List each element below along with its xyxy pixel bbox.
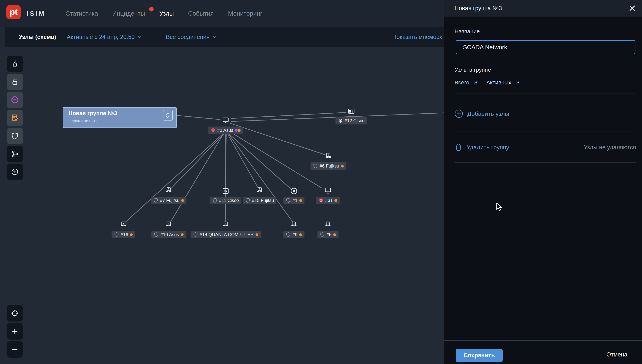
monitor-icon bbox=[222, 117, 230, 125]
total-count: Всего · 3 bbox=[454, 79, 478, 86]
device-node-label[interactable]: #15 Fujitsu bbox=[243, 197, 276, 204]
toolbar-shield-button[interactable] bbox=[6, 128, 23, 144]
connections-filter-dropdown[interactable]: Все соединения bbox=[166, 34, 217, 40]
device-node-label[interactable]: #2 Asus bbox=[208, 126, 243, 134]
toolbar-topology-button[interactable] bbox=[6, 146, 23, 162]
nav-item-incidents[interactable]: Инциденты bbox=[112, 10, 145, 17]
main-menu: Статистика Инциденты Узлы События Монито… bbox=[66, 0, 262, 27]
shield-outline-icon bbox=[193, 232, 198, 237]
laptop-icon: ? bbox=[256, 187, 264, 195]
group-node-title: Новая группа №3 bbox=[68, 110, 117, 116]
status-dot bbox=[130, 233, 133, 236]
device-node-label[interactable]: #12 Cisco bbox=[336, 117, 367, 124]
svg-text:?: ? bbox=[225, 222, 226, 225]
device-node-label[interactable]: #6 Fujitsu bbox=[310, 162, 346, 170]
octagon-minus-icon bbox=[10, 95, 19, 104]
device-node-label[interactable]: #1 bbox=[284, 197, 304, 204]
zoom-in-button[interactable] bbox=[6, 323, 23, 340]
svg-text:?: ? bbox=[293, 222, 295, 225]
device-node-label[interactable]: #16 bbox=[112, 231, 135, 238]
toolbar-incidents-button[interactable] bbox=[6, 56, 23, 72]
toolbar-report-button[interactable] bbox=[6, 110, 23, 126]
status-dot bbox=[341, 165, 344, 168]
shield-outline-icon bbox=[114, 232, 119, 237]
laptop-icon: ? bbox=[324, 152, 332, 161]
status-dot bbox=[299, 233, 302, 236]
delete-group-button[interactable]: Удалить группу bbox=[454, 143, 509, 152]
toolbar-block-button[interactable] bbox=[6, 92, 23, 108]
device-node-label[interactable]: #14 QUANTA COMPUTER bbox=[191, 231, 261, 238]
device-node-label[interactable]: #10 Asus bbox=[152, 231, 186, 238]
group-node[interactable]: Новая группа №3 Нарушения · 0 bbox=[62, 107, 177, 128]
nav-item-monitoring[interactable]: Мониторинг bbox=[228, 10, 262, 17]
laptop-icon: ? bbox=[290, 221, 298, 230]
status-dot bbox=[181, 199, 184, 202]
pt-logo[interactable]: pt bbox=[6, 5, 21, 19]
nodes-in-group-label: Узлы в группе bbox=[454, 66, 491, 73]
toolbar-unlock-button[interactable] bbox=[6, 74, 23, 90]
zoom-out-button[interactable] bbox=[6, 341, 23, 358]
panel-header: Новая группа №3 bbox=[444, 0, 642, 16]
device-node-name: #6 Fujitsu bbox=[320, 164, 339, 169]
nav-item-events[interactable]: События bbox=[188, 10, 214, 17]
product-name: ISIM bbox=[27, 0, 46, 27]
svg-text:?: ? bbox=[328, 154, 329, 156]
incidents-unread-badge bbox=[149, 7, 154, 12]
device-node-label[interactable]: #9 bbox=[284, 231, 304, 238]
shield-alert-icon bbox=[210, 128, 216, 133]
shield-outline-icon bbox=[286, 232, 291, 237]
shield-outline-icon bbox=[153, 198, 158, 203]
flame-icon bbox=[10, 60, 19, 68]
branch-icon bbox=[10, 150, 19, 158]
nav-item-statistics[interactable]: Статистика bbox=[66, 10, 98, 17]
page-title: Узлы (схема) bbox=[19, 34, 56, 40]
router-icon bbox=[290, 187, 298, 195]
device-node-name: #10 Asus bbox=[160, 232, 179, 237]
device-node-name: #5 bbox=[326, 232, 332, 237]
device-node-name: #15 Fujitsu bbox=[252, 198, 274, 203]
status-dot bbox=[299, 199, 302, 202]
shield-icon bbox=[10, 132, 19, 140]
laptop-icon: ? bbox=[324, 221, 332, 230]
device-node-name: #9 bbox=[292, 232, 298, 237]
svg-text:?: ? bbox=[168, 188, 170, 191]
crosshair-icon bbox=[10, 309, 19, 318]
chevron-down-icon bbox=[166, 116, 170, 118]
network-map-canvas[interactable]: Новая группа №3 Нарушения · 0 #2 Asus#12… bbox=[0, 47, 444, 364]
active-count: Активных · 3 bbox=[486, 79, 520, 86]
show-mnemonic-link[interactable]: Показать мнемосх bbox=[392, 34, 444, 40]
device-node-label[interactable]: #5 bbox=[318, 231, 338, 238]
panel-title: Новая группа №3 bbox=[454, 5, 502, 12]
device-node-label[interactable]: #31 bbox=[316, 197, 340, 204]
group-expand-button[interactable] bbox=[163, 110, 173, 120]
divider bbox=[454, 93, 636, 94]
plus-circle-icon bbox=[10, 167, 19, 176]
fit-to-screen-button[interactable] bbox=[6, 305, 23, 322]
minus-icon bbox=[10, 345, 19, 354]
toolbar-add-button[interactable] bbox=[6, 164, 23, 180]
laptop-icon: ? bbox=[164, 187, 173, 195]
pt-logo-text: pt bbox=[10, 7, 17, 17]
status-dot bbox=[238, 129, 241, 132]
status-dot bbox=[333, 233, 336, 236]
device-node-label[interactable]: #7 Fujitsu bbox=[151, 197, 186, 204]
device-node-name: #7 Fujitsu bbox=[160, 198, 180, 203]
plus-circle-icon bbox=[454, 110, 463, 118]
time-filter-dropdown[interactable]: Активные с 24 апр, 20:50 bbox=[67, 34, 142, 40]
laptop-icon: ? bbox=[164, 221, 173, 230]
shield-outline-icon bbox=[154, 232, 159, 237]
delete-note: Узлы не удаляются bbox=[584, 144, 636, 151]
footer-divider bbox=[444, 340, 642, 341]
monitor-icon bbox=[324, 187, 332, 195]
divider bbox=[454, 162, 636, 163]
cancel-button[interactable]: Отмена bbox=[606, 351, 627, 358]
device-node-name: #16 bbox=[120, 232, 128, 237]
close-panel-button[interactable] bbox=[627, 4, 637, 13]
group-name-input[interactable] bbox=[456, 40, 636, 54]
save-button[interactable]: Сохранить bbox=[456, 349, 503, 362]
shield-outline-icon bbox=[286, 198, 291, 203]
nav-item-nodes[interactable]: Узлы bbox=[159, 10, 174, 17]
add-nodes-button[interactable]: Добавить узлы bbox=[454, 110, 509, 118]
shield-alert-icon bbox=[318, 198, 324, 203]
device-node-label[interactable]: #11 Cisco bbox=[210, 197, 241, 204]
